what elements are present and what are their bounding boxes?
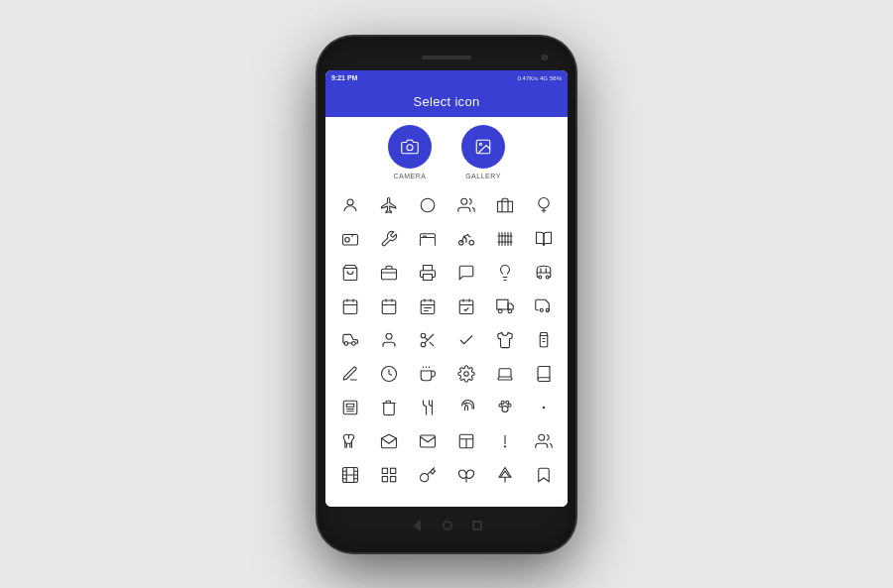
icon-bed[interactable] <box>409 223 446 255</box>
phone-device: 9:21 PM 0.47K/s 4G 56% Select icon <box>318 37 575 552</box>
svg-rect-37 <box>459 300 473 314</box>
icon-laptop[interactable] <box>486 358 523 390</box>
svg-point-59 <box>463 371 468 376</box>
icon-dog[interactable] <box>331 425 368 457</box>
svg-rect-33 <box>421 300 435 314</box>
svg-rect-18 <box>381 269 396 280</box>
icon-fingerprint[interactable] <box>447 392 484 423</box>
camera-label: CAMERA <box>394 173 427 179</box>
icon-fence[interactable] <box>486 223 523 255</box>
svg-point-5 <box>460 198 466 204</box>
source-row: CAMERA GALLERY <box>331 125 562 179</box>
status-bar: 9:21 PM 0.47K/s 4G 56% <box>325 70 568 86</box>
gallery-icon <box>474 138 492 156</box>
icon-exclamation[interactable] <box>486 425 523 457</box>
icon-shirt[interactable] <box>486 324 523 356</box>
status-time: 9:21 PM <box>331 74 357 81</box>
icon-briefcase[interactable] <box>370 257 407 289</box>
status-right: 0.47K/s 4G 56% <box>518 75 562 81</box>
icon-building[interactable] <box>486 189 523 221</box>
icon-car[interactable] <box>525 291 562 322</box>
icon-window[interactable] <box>447 425 484 457</box>
icon-scissors[interactable] <box>409 324 446 356</box>
icon-printer[interactable] <box>409 257 446 289</box>
svg-rect-29 <box>382 300 396 314</box>
icon-people[interactable] <box>525 425 562 457</box>
status-info: 0.47K/s <box>518 75 538 81</box>
svg-rect-6 <box>497 201 512 212</box>
icon-key[interactable] <box>409 459 446 491</box>
svg-rect-25 <box>343 300 357 314</box>
icon-grid[interactable] <box>370 459 407 491</box>
icon-jar[interactable] <box>525 324 562 356</box>
icon-calendar3[interactable] <box>409 291 446 322</box>
svg-rect-86 <box>390 468 395 473</box>
icon-calendar4[interactable] <box>447 291 484 322</box>
speaker <box>422 56 471 59</box>
gallery-icon-circle[interactable] <box>461 125 505 169</box>
icon-fork-knife[interactable] <box>409 392 446 423</box>
svg-point-16 <box>469 240 474 245</box>
icon-empty1[interactable] <box>525 392 562 423</box>
icon-trash[interactable] <box>370 392 407 423</box>
icon-mail-open[interactable] <box>370 425 407 457</box>
back-button[interactable] <box>413 520 421 531</box>
icon-coffee[interactable] <box>409 358 446 390</box>
icon-camera2[interactable] <box>331 223 368 255</box>
svg-point-2 <box>479 143 481 145</box>
icon-flower[interactable] <box>447 459 484 491</box>
svg-line-54 <box>425 337 428 340</box>
icon-notebook[interactable] <box>525 358 562 390</box>
svg-point-66 <box>499 404 502 407</box>
icon-pencil[interactable] <box>331 358 368 390</box>
icon-person[interactable] <box>331 189 368 221</box>
status-battery: 56% <box>550 75 562 81</box>
icon-bus[interactable] <box>525 257 562 289</box>
icon-bicycle[interactable] <box>447 223 484 255</box>
icon-book[interactable] <box>525 223 562 255</box>
icon-car2[interactable] <box>331 324 368 356</box>
phone-top-bar <box>325 49 568 66</box>
svg-point-3 <box>347 199 353 205</box>
icon-film[interactable] <box>331 459 368 491</box>
svg-rect-85 <box>382 468 387 473</box>
gallery-label: GALLERY <box>465 173 501 179</box>
icon-bag[interactable] <box>331 257 368 289</box>
svg-point-68 <box>501 401 504 404</box>
icon-group[interactable] <box>447 189 484 221</box>
icon-paw[interactable] <box>486 392 523 423</box>
svg-rect-41 <box>496 299 507 309</box>
icon-tree[interactable] <box>486 459 523 491</box>
camera-source[interactable]: CAMERA <box>388 125 432 179</box>
icon-clock[interactable] <box>370 358 407 390</box>
icon-scanner[interactable] <box>331 392 368 423</box>
icon-truck[interactable] <box>486 291 523 322</box>
svg-point-43 <box>498 309 502 313</box>
icon-calendar1[interactable] <box>331 291 368 322</box>
icon-check[interactable] <box>447 324 484 356</box>
icon-calendar2[interactable] <box>370 291 407 322</box>
svg-point-67 <box>508 404 511 407</box>
recent-button[interactable] <box>472 521 482 530</box>
gallery-source[interactable]: GALLERY <box>461 125 505 179</box>
svg-point-45 <box>540 308 543 311</box>
icon-envelope[interactable] <box>409 425 446 457</box>
icon-airplane[interactable] <box>370 189 407 221</box>
app-content[interactable]: CAMERA GALLERY <box>325 117 568 507</box>
icon-circle[interactable] <box>409 189 446 221</box>
icon-gear[interactable] <box>447 358 484 390</box>
icon-bookmark[interactable] <box>525 459 562 491</box>
svg-point-49 <box>386 333 392 339</box>
icon-balloon[interactable] <box>525 189 562 221</box>
home-button[interactable] <box>443 521 452 530</box>
svg-point-69 <box>505 401 508 404</box>
icon-tools[interactable] <box>370 223 407 255</box>
svg-point-23 <box>538 276 541 279</box>
svg-point-0 <box>407 144 413 150</box>
camera-icon-circle[interactable] <box>388 125 432 169</box>
icon-bulb[interactable] <box>486 257 523 289</box>
icon-person2[interactable] <box>370 324 407 356</box>
svg-point-9 <box>538 197 549 208</box>
icons-grid <box>331 189 562 491</box>
icon-chat[interactable] <box>447 257 484 289</box>
